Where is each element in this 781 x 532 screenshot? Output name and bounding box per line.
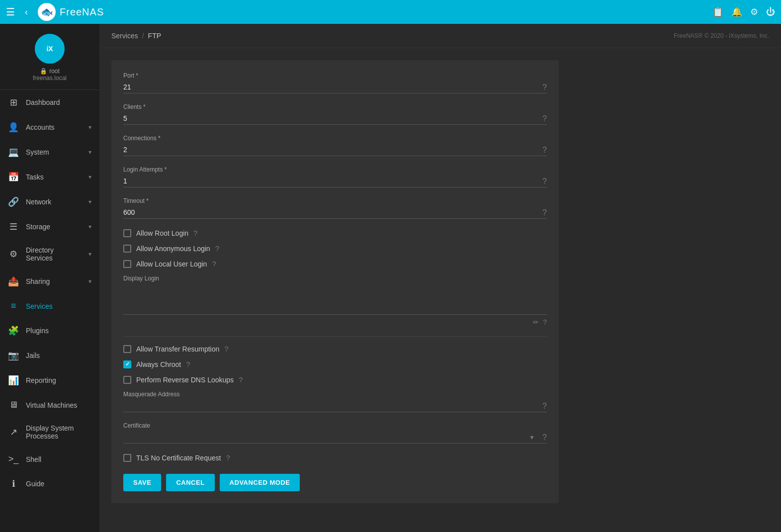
form-container: Port * ? Clients * ? Connectio (99, 48, 781, 532)
allow-root-login-help-icon[interactable]: ? (193, 229, 197, 237)
guide-icon: ℹ (8, 478, 19, 489)
port-field: Port * ? (123, 72, 547, 93)
brand-name: FreeNAS (60, 6, 104, 18)
allow-root-login-checkbox[interactable] (123, 229, 131, 237)
allow-transfer-resumption-checkbox[interactable] (123, 345, 131, 353)
clients-help-icon[interactable]: ? (542, 114, 547, 123)
connections-input[interactable] (123, 144, 547, 156)
sidebar-label-network: Network (26, 198, 82, 206)
allow-local-user-login-help-icon[interactable]: ? (212, 260, 216, 268)
plugins-icon: 🧩 (8, 325, 19, 336)
sidebar-item-virtual-machines[interactable]: 🖥 Virtual Machines (0, 393, 99, 417)
sidebar-item-network[interactable]: 🔗 Network ▾ (0, 189, 99, 214)
virtual-machines-icon: 🖥 (8, 400, 19, 410)
sidebar-label-system: System (26, 148, 82, 156)
sidebar-item-dashboard[interactable]: ⊞ Dashboard (0, 90, 99, 115)
save-button[interactable]: SAVE (123, 474, 161, 491)
timeout-help-icon[interactable]: ? (542, 208, 547, 217)
sidebar-label-guide: Guide (26, 480, 91, 488)
sidebar-item-tasks[interactable]: 📅 Tasks ▾ (0, 165, 99, 189)
perform-reverse-dns-lookups-label: Perform Reverse DNS Lookups (136, 376, 234, 384)
port-input[interactable] (123, 81, 547, 93)
port-label: Port * (123, 72, 547, 79)
content-area: Services / FTP FreeNAS® © 2020 - iXsyste… (99, 24, 781, 532)
always-chroot-label: Always Chroot (136, 360, 181, 368)
perform-reverse-dns-lookups-checkbox[interactable] (123, 376, 131, 384)
sidebar-item-display-system-processes[interactable]: ↗ Display System Processes (0, 417, 99, 447)
menu-button[interactable]: ☰ (6, 6, 15, 18)
sidebar-item-directory-services[interactable]: ⚙ Directory Services ▾ (0, 239, 99, 269)
advanced-mode-button[interactable]: ADVANCED MODE (220, 474, 300, 491)
network-icon: 🔗 (8, 196, 19, 207)
tls-no-certificate-request-help-icon[interactable]: ? (226, 453, 230, 462)
sharing-arrow-icon: ▾ (88, 278, 91, 285)
always-chroot-row: Always Chroot ? (123, 360, 547, 368)
certificate-label: Certificate (123, 422, 547, 429)
sidebar-label-shell: Shell (26, 455, 91, 463)
reporting-icon: 📊 (8, 375, 19, 386)
masquerade-address-help-icon[interactable]: ? (542, 402, 547, 411)
tls-no-certificate-request-checkbox[interactable] (123, 454, 131, 462)
breadcrumb-current: FTP (148, 32, 161, 40)
notifications-icon[interactable]: 🔔 (731, 6, 742, 17)
avatar: iX (35, 34, 65, 64)
breadcrumb: Services / FTP (111, 32, 161, 40)
settings-icon[interactable]: ⚙ (750, 6, 758, 17)
sidebar-item-jails[interactable]: 📷 Jails (0, 343, 99, 368)
sidebar-item-accounts[interactable]: 👤 Accounts ▾ (0, 115, 99, 140)
allow-root-login-row: Allow Root Login ? (123, 229, 547, 237)
timeout-input[interactable] (123, 206, 547, 219)
sidebar-label-dashboard: Dashboard (26, 98, 91, 106)
allow-anonymous-login-checkbox[interactable] (123, 245, 131, 253)
masquerade-address-input[interactable] (123, 400, 547, 412)
allow-transfer-resumption-label: Allow Transfer Resumption (136, 345, 219, 353)
tasks-arrow-icon: ▾ (88, 174, 91, 180)
sidebar-label-accounts: Accounts (26, 123, 82, 131)
sidebar-item-reporting[interactable]: 📊 Reporting (0, 368, 99, 393)
allow-local-user-login-row: Allow Local User Login ? (123, 260, 547, 268)
profile-hostname: freenas.local (33, 75, 67, 82)
always-chroot-checkbox[interactable] (123, 360, 131, 368)
allow-transfer-resumption-help-icon[interactable]: ? (224, 345, 228, 353)
sharing-icon: 📤 (8, 276, 19, 287)
sidebar-item-services[interactable]: ≡ Services (0, 294, 99, 318)
profile-username: root (49, 68, 60, 75)
back-button[interactable]: ‹ (25, 7, 28, 17)
port-help-icon[interactable]: ? (542, 83, 547, 92)
sidebar-item-sharing[interactable]: 📤 Sharing ▾ (0, 269, 99, 294)
sidebar-item-plugins[interactable]: 🧩 Plugins (0, 318, 99, 343)
certificate-select[interactable] (123, 431, 547, 443)
login-attempts-help-icon[interactable]: ? (542, 177, 547, 186)
connections-label: Connections * (123, 135, 547, 142)
directory-services-icon: ⚙ (8, 249, 19, 260)
cancel-button[interactable]: CANCEL (166, 474, 214, 491)
sidebar-item-system[interactable]: 💻 System ▾ (0, 140, 99, 165)
perform-reverse-dns-lookups-help-icon[interactable]: ? (239, 375, 243, 384)
masquerade-address-label: Masquerade Address (123, 391, 547, 398)
connections-help-icon[interactable]: ? (542, 146, 547, 155)
allow-anonymous-login-row: Allow Anonymous Login ? (123, 244, 547, 253)
notes-icon[interactable]: 📋 (712, 6, 723, 17)
masquerade-address-field: Masquerade Address ? (123, 391, 547, 412)
display-login-help-icon[interactable]: ? (543, 318, 547, 326)
accounts-icon: 👤 (8, 122, 19, 133)
button-row: SAVE CANCEL ADVANCED MODE (123, 474, 547, 491)
sidebar-label-storage: Storage (26, 223, 82, 231)
always-chroot-help-icon[interactable]: ? (186, 360, 190, 368)
power-icon[interactable]: ⏻ (766, 7, 775, 17)
edit-icon[interactable]: ✏ (533, 318, 539, 326)
allow-anonymous-login-help-icon[interactable]: ? (215, 244, 219, 253)
clients-input[interactable] (123, 112, 547, 125)
breadcrumb-parent[interactable]: Services (111, 32, 138, 40)
display-login-textarea[interactable] (123, 285, 547, 315)
allow-anonymous-login-label: Allow Anonymous Login (136, 245, 210, 253)
sidebar-item-storage[interactable]: ☰ Storage ▾ (0, 214, 99, 239)
sidebar-item-shell[interactable]: >_ Shell (0, 447, 99, 471)
tls-no-certificate-request-label: TLS No Certificate Request (136, 454, 221, 462)
sidebar-item-guide[interactable]: ℹ Guide (0, 471, 99, 496)
allow-local-user-login-checkbox[interactable] (123, 260, 131, 268)
allow-transfer-resumption-row: Allow Transfer Resumption ? (123, 345, 547, 353)
login-attempts-input[interactable] (123, 175, 547, 187)
connections-field: Connections * ? (123, 135, 547, 156)
certificate-help-icon[interactable]: ? (542, 433, 547, 442)
